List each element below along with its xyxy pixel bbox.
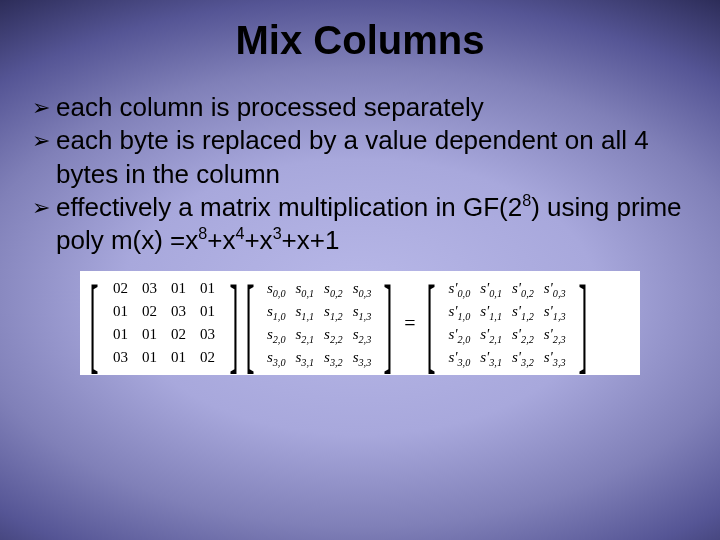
coefficient-matrix: 02030101 01020301 01010203 03010102 [106, 277, 222, 369]
left-bracket-icon: [ [89, 286, 98, 362]
left-bracket-icon: [ [427, 286, 436, 362]
list-item: ➢ each column is processed separately [32, 91, 688, 124]
state-in-matrix: s0,0 s0,1 s0,2 s0,3 s1,0 s1,1 s1,2 s1,3 … [262, 277, 376, 369]
right-bracket-icon: ] [384, 286, 393, 362]
list-item: ➢ each byte is replaced by a value depen… [32, 124, 688, 191]
state-out-matrix: s'0,0 s'0,1 s'0,2 s'0,3 s'1,0 s'1,1 s'1,… [443, 277, 570, 369]
list-item: ➢ effectively a matrix multiplication in… [32, 191, 688, 258]
matrix-equation: [ 02030101 01020301 01010203 03010102 ] … [80, 271, 640, 375]
bullet-text: effectively a matrix multiplication in G… [56, 191, 688, 258]
equals-sign: = [400, 312, 419, 335]
bullet-marker-icon: ➢ [32, 124, 56, 155]
slide-title: Mix Columns [0, 0, 720, 63]
bullet-list: ➢ each column is processed separately ➢ … [0, 63, 720, 257]
bullet-marker-icon: ➢ [32, 191, 56, 222]
right-bracket-icon: ] [229, 286, 238, 362]
bullet-marker-icon: ➢ [32, 91, 56, 122]
bullet-text: each byte is replaced by a value depende… [56, 124, 688, 191]
bullet-text: each column is processed separately [56, 91, 688, 124]
right-bracket-icon: ] [578, 286, 587, 362]
left-bracket-icon: [ [245, 286, 254, 362]
